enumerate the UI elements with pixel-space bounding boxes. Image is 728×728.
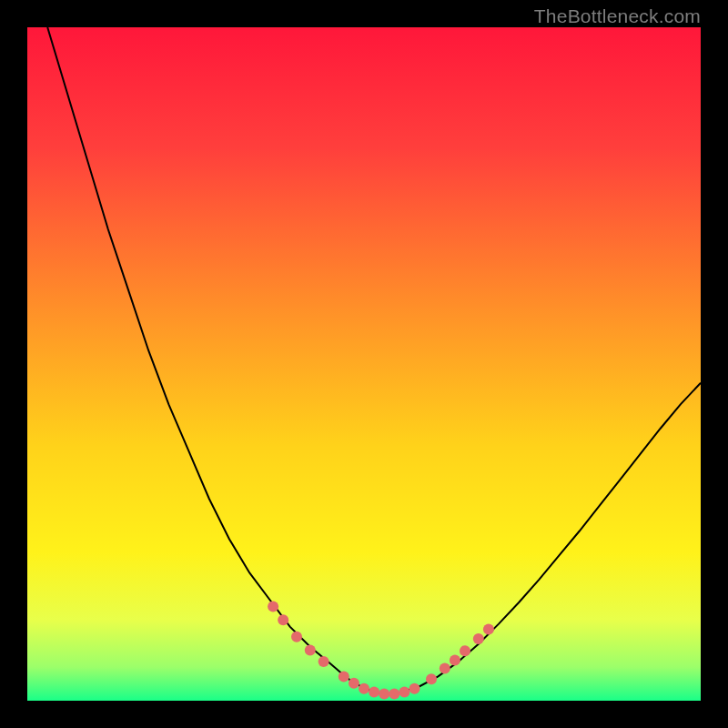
curve-marker xyxy=(460,645,470,656)
curve-marker xyxy=(318,656,329,667)
curve-marker xyxy=(389,689,399,700)
curve-marker xyxy=(349,678,359,689)
curve-marker xyxy=(305,645,316,656)
curve-marker xyxy=(450,655,460,666)
chart-svg xyxy=(27,27,701,701)
curve-marker xyxy=(410,683,420,694)
curve-marker xyxy=(359,683,369,694)
curve-marker xyxy=(473,633,484,644)
curve-marker xyxy=(483,624,494,635)
curve-marker xyxy=(268,601,278,612)
curve-marker xyxy=(369,686,379,697)
chart-frame: TheBottleneck.com xyxy=(0,0,728,728)
curve-marker xyxy=(440,663,450,674)
curve-marker xyxy=(339,671,349,682)
curve-marker xyxy=(379,689,389,700)
curve-marker xyxy=(399,686,410,697)
curve-marker xyxy=(291,632,302,642)
curve-marker xyxy=(278,614,288,625)
curve-marker xyxy=(426,673,437,684)
gradient-background xyxy=(27,27,701,701)
plot-area xyxy=(27,27,701,701)
watermark-text: TheBottleneck.com xyxy=(534,5,701,27)
